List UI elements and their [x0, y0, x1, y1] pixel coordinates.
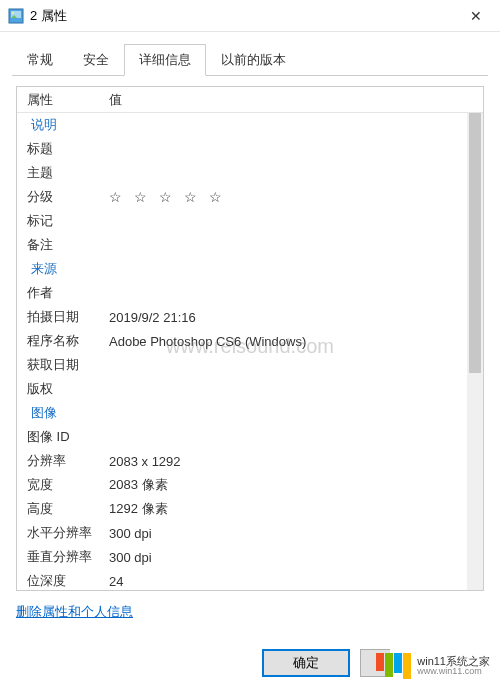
- tabs: 常规 安全 详细信息 以前的版本: [0, 32, 500, 76]
- tab-previous-versions[interactable]: 以前的版本: [206, 44, 301, 76]
- value-bitdepth: 24: [109, 574, 123, 589]
- value-date-taken: 2019/9/2 21:16: [109, 310, 196, 325]
- row-vertical-resolution[interactable]: 垂直分辨率 300 dpi: [17, 545, 467, 569]
- section-image: 图像: [17, 401, 467, 425]
- value-program: Adobe Photoshop CS6 (Windows): [109, 334, 306, 349]
- tab-divider: [12, 75, 488, 76]
- label-author: 作者: [27, 284, 109, 302]
- row-width[interactable]: 宽度 2083 像素: [17, 473, 467, 497]
- label-comments: 备注: [27, 236, 109, 254]
- label-tags: 标记: [27, 212, 109, 230]
- row-date-taken[interactable]: 拍摄日期 2019/9/2 21:16: [17, 305, 467, 329]
- vertical-scrollbar[interactable]: [467, 113, 483, 590]
- value-width: 2083 像素: [109, 476, 168, 494]
- value-rating[interactable]: ☆ ☆ ☆ ☆ ☆: [109, 189, 226, 205]
- label-title: 标题: [27, 140, 109, 158]
- row-program[interactable]: 程序名称 Adobe Photoshop CS6 (Windows): [17, 329, 467, 353]
- row-tags[interactable]: 标记: [17, 209, 467, 233]
- row-copyright[interactable]: 版权: [17, 377, 467, 401]
- remove-properties-link[interactable]: 删除属性和个人信息: [16, 604, 133, 619]
- row-image-id[interactable]: 图像 ID: [17, 425, 467, 449]
- grid-body: 说明 标题 主题 分级 ☆ ☆ ☆ ☆ ☆ 标记 备注 来源 作者 拍摄日期: [17, 113, 483, 590]
- row-title[interactable]: 标题: [17, 137, 467, 161]
- ok-button[interactable]: 确定: [262, 649, 350, 677]
- scrollbar-thumb[interactable]: [469, 113, 481, 373]
- brand-overlay: win11系统之家 www.win11.com: [376, 653, 490, 679]
- app-icon: [8, 8, 24, 24]
- row-horizontal-resolution[interactable]: 水平分辨率 300 dpi: [17, 521, 467, 545]
- label-image-id: 图像 ID: [27, 428, 109, 446]
- label-subject: 主题: [27, 164, 109, 182]
- label-hres: 水平分辨率: [27, 524, 109, 542]
- window-title: 2 属性: [30, 7, 456, 25]
- label-height: 高度: [27, 500, 109, 518]
- titlebar: 2 属性 ✕: [0, 0, 500, 32]
- row-author[interactable]: 作者: [17, 281, 467, 305]
- row-bit-depth[interactable]: 位深度 24: [17, 569, 467, 590]
- label-program: 程序名称: [27, 332, 109, 350]
- tab-security[interactable]: 安全: [68, 44, 124, 76]
- details-panel: 属性 值 说明 标题 主题 分级 ☆ ☆ ☆ ☆ ☆ 标记 备注 来源 作者: [16, 86, 484, 591]
- header-value[interactable]: 值: [109, 91, 483, 109]
- section-description: 说明: [17, 113, 467, 137]
- row-subject[interactable]: 主题: [17, 161, 467, 185]
- brand-text: win11系统之家 www.win11.com: [417, 655, 490, 677]
- label-rating: 分级: [27, 188, 109, 206]
- value-height: 1292 像素: [109, 500, 168, 518]
- grid-header: 属性 值: [17, 87, 483, 113]
- svg-point-2: [12, 12, 14, 14]
- tab-details[interactable]: 详细信息: [124, 44, 206, 76]
- value-vres: 300 dpi: [109, 550, 152, 565]
- label-dimensions: 分辨率: [27, 452, 109, 470]
- label-date-taken: 拍摄日期: [27, 308, 109, 326]
- row-dimensions[interactable]: 分辨率 2083 x 1292: [17, 449, 467, 473]
- close-icon[interactable]: ✕: [456, 8, 496, 24]
- header-property[interactable]: 属性: [17, 91, 109, 109]
- label-bitdepth: 位深度: [27, 572, 109, 590]
- value-hres: 300 dpi: [109, 526, 152, 541]
- label-date-acquired: 获取日期: [27, 356, 109, 374]
- section-origin: 来源: [17, 257, 467, 281]
- label-copyright: 版权: [27, 380, 109, 398]
- row-height[interactable]: 高度 1292 像素: [17, 497, 467, 521]
- row-date-acquired[interactable]: 获取日期: [17, 353, 467, 377]
- value-dimensions: 2083 x 1292: [109, 454, 181, 469]
- label-width: 宽度: [27, 476, 109, 494]
- row-comments[interactable]: 备注: [17, 233, 467, 257]
- brand-subtitle: www.win11.com: [417, 667, 490, 677]
- brand-logo-icon: [376, 653, 411, 679]
- label-vres: 垂直分辨率: [27, 548, 109, 566]
- link-row: 删除属性和个人信息: [16, 603, 484, 621]
- tab-general[interactable]: 常规: [12, 44, 68, 76]
- row-rating[interactable]: 分级 ☆ ☆ ☆ ☆ ☆: [17, 185, 467, 209]
